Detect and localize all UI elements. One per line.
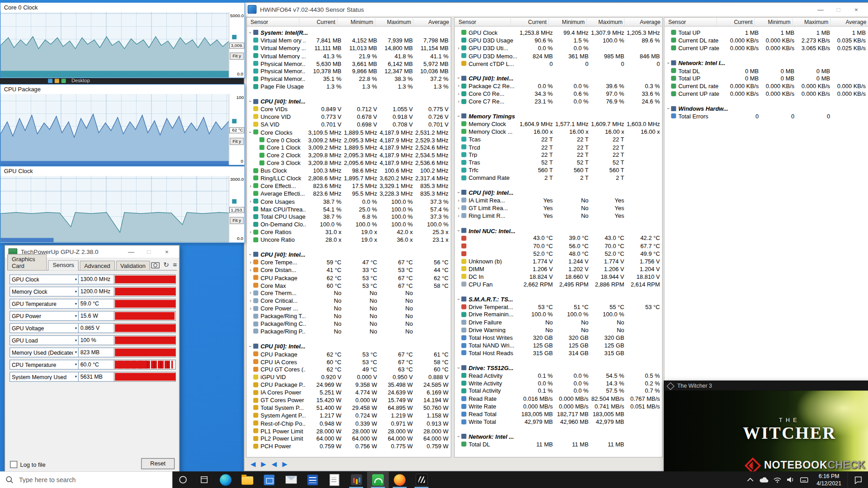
expand-icon[interactable]: › — [248, 198, 253, 204]
column-header[interactable]: Average — [830, 18, 868, 26]
sensor-row[interactable]: Rest-of-Chip Po...0.948 W0.339 W0.971 W0… — [248, 419, 448, 427]
sensor-row[interactable]: Current UP rate0.000 KB/s0.000 KB/s3.065… — [665, 44, 866, 52]
sensor-row[interactable]: Read Rate0.016 MB/s0.000 MB/s82.504 MB/s… — [456, 395, 660, 403]
sensor-row[interactable]: Physical Memor...35.1 %22.8 %38.3 %37.2 … — [248, 75, 448, 83]
expand-icon[interactable]: › — [248, 298, 253, 303]
sensor-row[interactable]: Total Activity0.1 %0.0 %57.5 %0.7 % — [456, 387, 660, 395]
sensor-row[interactable]: Total Host Writes320 GB320 GB320 GB — [456, 334, 660, 342]
graph-title[interactable]: CPU Package — [0, 84, 244, 94]
sensor-row[interactable]: CPU Fan2,662 RPM2,495 RPM2,886 RPM2,614 … — [456, 281, 660, 288]
sensor-row[interactable]: ›Core Power ...NoNoNo — [248, 305, 448, 312]
collapse-icon[interactable]: › — [456, 365, 461, 371]
sensor-row[interactable]: Package/Ring P...NoNoNo — [248, 328, 448, 335]
sensor-row[interactable]: Core VIDs0.849 V0.712 V1.055 V0.775 V — [248, 105, 448, 113]
sensor-group-row[interactable]: ›Network: Intel ... — [456, 433, 660, 441]
sensor-group-row[interactable]: ›Drive: TS512G... — [456, 364, 660, 372]
sensor-row[interactable]: SA VID0.701 V0.698 V0.708 V0.701 V — [248, 121, 448, 128]
sensor-row[interactable]: Total CPU Usage38.7 %6.8 %100.0 %37.3 % — [248, 213, 448, 221]
network-icon[interactable] — [770, 471, 784, 488]
sensor-row[interactable]: Total UP0 MB0 MB0 MB — [665, 75, 866, 82]
sensor-row[interactable]: System Agent P...1.217 W0.724 W1.219 W1.… — [248, 412, 448, 419]
expand-icon[interactable]: › — [248, 290, 253, 296]
volume-icon[interactable] — [784, 471, 797, 488]
hwinfo-titlebar[interactable]: HWiNFO64 v7.02-4430 Sensor Status — □ × — [244, 3, 868, 17]
sensor-row[interactable]: GPU Clock1,253.8 MHz99.4 MHz1,307.9 MHz1… — [456, 29, 660, 37]
taskbar-app-hwinfo[interactable] — [345, 471, 367, 488]
sensor-row[interactable]: Package/Ring C...NoNoNo — [248, 320, 448, 328]
sensor-row[interactable]: ›Core Therm...NoNoNo — [248, 289, 448, 297]
minimize-button[interactable]: — — [122, 246, 140, 258]
expand-icon[interactable]: › — [248, 183, 253, 188]
sensor-group-row[interactable]: ›Intel NUC: Intel... — [456, 227, 660, 235]
close-button[interactable]: × — [158, 246, 175, 258]
sensor-row[interactable]: Current UP rate0.000 KB/s0.000 KB/s0.000… — [665, 90, 866, 98]
onedrive-icon[interactable] — [757, 471, 770, 488]
sensor-row[interactable]: GPU D3D Usage90.6 %1.5 %100.0 %89.6 % — [456, 37, 660, 44]
taskbar-app-edge[interactable] — [215, 471, 236, 488]
sensor-select[interactable]: Memory Clock▼ — [9, 286, 80, 296]
sensor-row[interactable]: Virtual Memory ...11,111 MB11,013 MB14,8… — [248, 44, 448, 52]
expand-icon[interactable]: › — [248, 259, 253, 265]
sensor-row[interactable]: Total System P...51.400 W29.458 W64.895 … — [248, 404, 448, 412]
sensor-row[interactable]: Core 1 Clock3,009.2 MHz1,889.5 MHz4,187.… — [248, 144, 448, 151]
sensor-row[interactable]: Total Host Reads315 GB314 GB315 GB — [456, 349, 660, 357]
column-header[interactable]: Minimum — [754, 18, 792, 26]
taskbar-clock[interactable]: 6:16 PM 4/12/2021 — [811, 473, 847, 487]
sensor-row[interactable]: Physical Memor...5,630 MB3,661 MB6,142 M… — [248, 60, 448, 67]
sensor-row[interactable]: Core Max60 °C53 °C67 °C58 °C — [248, 282, 448, 289]
sensor-row[interactable]: Drive Temperat...53 °C51 °C55 °C53 °C — [456, 303, 660, 311]
sensor-group-row[interactable]: ›CPU [#0]: Intel... — [456, 189, 660, 197]
collapse-icon[interactable]: › — [456, 296, 461, 302]
sensor-row[interactable]: Memory Clock ...16.00 x16.00 x16.00 x16.… — [456, 128, 660, 136]
maximize-button[interactable]: □ — [830, 3, 847, 15]
taskbar-app-store[interactable] — [258, 471, 280, 488]
sensor-row[interactable]: DIMM1.206 V1.202 V1.206 V1.204 V — [456, 265, 660, 273]
column-header[interactable]: Current — [510, 18, 548, 26]
sensor-row[interactable]: Virtual Mem ory ...7,841 MB4,152 MB7,939… — [248, 37, 448, 44]
sensor-group-row[interactable]: ›CPU [#0]: Intel... — [456, 75, 660, 82]
sensor-row[interactable]: Current cTDP L...0000 — [456, 60, 660, 67]
taskbar-app-witcher[interactable] — [410, 471, 432, 488]
collapse-icon[interactable]: › — [248, 252, 253, 257]
fit-y-button[interactable]: Fit y — [230, 138, 244, 145]
column-header[interactable]: Minimum — [337, 18, 375, 26]
collapse-icon[interactable]: › — [456, 190, 461, 195]
sensor-row[interactable]: ›Core Distan...41 °C33 °C53 °C44 °C — [248, 266, 448, 274]
sensor-row[interactable]: ›Core Critical...NoNoNo — [248, 297, 448, 305]
sensor-row[interactable]: PCH Power0.759 W0.756 W0.775 W0.759 W — [248, 442, 448, 450]
sensor-row[interactable]: Uncore VID0.773 V0.678 V0.918 V0.726 V — [248, 113, 448, 121]
expand-icon[interactable]: › — [456, 91, 461, 96]
expand-icon[interactable]: › — [456, 45, 461, 51]
tab-graphics-card[interactable]: Graphics Card — [7, 254, 47, 270]
collapse-icon[interactable]: › — [248, 343, 253, 349]
column-header[interactable]: Minimum — [548, 18, 586, 26]
sensor-row[interactable]: Trfc560 T560 T560 T — [456, 166, 660, 174]
tab-sensors[interactable]: Sensors — [48, 260, 79, 271]
column-header[interactable]: Maximum — [586, 18, 624, 26]
sensor-group-row[interactable]: ›Memory Timings — [456, 113, 660, 120]
taskbar-app-mail[interactable] — [280, 471, 302, 488]
hidden-icons-icon[interactable] — [744, 471, 757, 488]
sensor-row[interactable]: Memory Clock1,604.9 MHz1,577.1 MHz1,609.… — [456, 120, 660, 128]
graph-title[interactable]: Core 0 Clock — [0, 3, 244, 12]
sensor-select[interactable]: GPU Power▼ — [9, 311, 80, 321]
sensor-row[interactable]: Virtual Memory ...41.3 %21.9 %41.8 %41.1… — [248, 52, 448, 60]
column-header[interactable]: Sensor — [246, 19, 299, 25]
expand-icon[interactable]: › — [456, 205, 461, 211]
sensor-row[interactable]: DC In18.824 V18.660 V18.944 V18.810 V — [456, 273, 660, 281]
collapse-icon[interactable]: › — [665, 60, 671, 66]
tab-validation[interactable]: Validation — [116, 261, 150, 270]
taskbar-app-firefox[interactable] — [389, 471, 410, 488]
column-header[interactable]: Current — [716, 18, 754, 26]
sensor-row[interactable]: Package/Ring T...NoNoNo — [248, 312, 448, 320]
sensor-row[interactable]: GT Cores Power15.420 W0.000 W15.749 W14.… — [248, 396, 448, 404]
sensor-row[interactable]: ›Core Usages38.7 %0.0 %100.0 %37.3 % — [248, 197, 448, 205]
sensor-group-row[interactable]: ›CPU [#0]: Intel... — [248, 251, 448, 258]
sensor-row[interactable]: Trp22 T22 T22 T — [456, 151, 660, 159]
sensor-row[interactable]: Drive WarningNoNoNo — [456, 326, 660, 334]
sensor-row[interactable]: Tcas22 T22 T22 T — [456, 136, 660, 143]
sensor-row[interactable]: Total DL0 MB0 MB0 MB — [665, 67, 866, 75]
sensor-row[interactable]: Total Errors000 — [665, 113, 866, 120]
nav-back-icon[interactable]: ◀ — [270, 459, 278, 469]
sensor-row[interactable]: Physical Memor...10,378 MB9,866 MB12,347… — [248, 67, 448, 75]
